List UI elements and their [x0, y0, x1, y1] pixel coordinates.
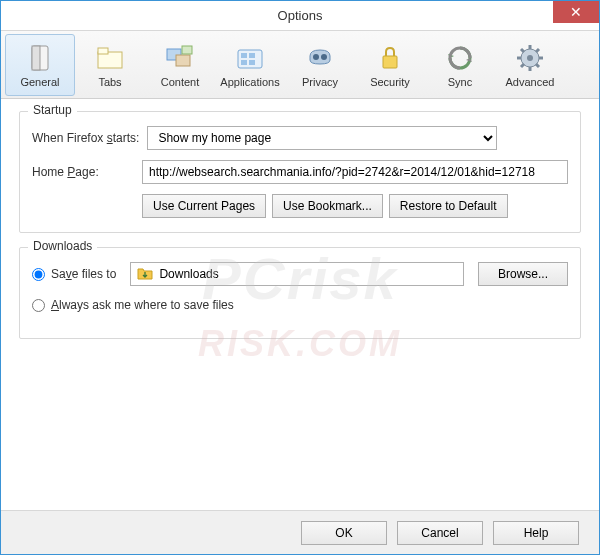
svg-line-23 — [536, 49, 539, 52]
svg-rect-10 — [241, 60, 247, 65]
svg-rect-11 — [249, 60, 255, 65]
svg-point-16 — [527, 55, 533, 61]
downloads-group-title: Downloads — [28, 239, 97, 253]
use-bookmark-button[interactable]: Use Bookmark... — [272, 194, 383, 218]
startup-group: Startup When Firefox starts: Show my hom… — [19, 111, 581, 233]
svg-line-21 — [521, 49, 524, 52]
home-page-label: Home Page: — [32, 165, 134, 179]
tab-content-label: Content — [161, 76, 200, 88]
folder-icon — [137, 266, 153, 283]
tab-security[interactable]: Security — [355, 34, 425, 96]
dialog-button-bar: OK Cancel Help — [1, 510, 599, 554]
help-button[interactable]: Help — [493, 521, 579, 545]
home-page-input[interactable] — [142, 160, 568, 184]
tab-sync[interactable]: Sync — [425, 34, 495, 96]
save-files-to-label: Save files to — [51, 267, 116, 281]
tab-privacy-label: Privacy — [302, 76, 338, 88]
tab-applications[interactable]: Applications — [215, 34, 285, 96]
svg-rect-8 — [241, 53, 247, 58]
applications-icon — [234, 42, 266, 74]
window-title: Options — [278, 8, 323, 23]
tab-general-label: General — [20, 76, 59, 88]
startup-mode-select[interactable]: Show my home page — [147, 126, 497, 150]
cancel-button[interactable]: Cancel — [397, 521, 483, 545]
close-icon: ✕ — [570, 4, 582, 20]
tab-advanced-label: Advanced — [506, 76, 555, 88]
download-path-box[interactable]: Downloads — [130, 262, 464, 286]
download-folder-name: Downloads — [159, 267, 218, 281]
options-window: Options ✕ General Tabs Content — [0, 0, 600, 555]
tab-tabs-label: Tabs — [98, 76, 121, 88]
svg-rect-5 — [176, 55, 190, 66]
svg-rect-6 — [182, 46, 192, 54]
use-current-pages-button[interactable]: Use Current Pages — [142, 194, 266, 218]
when-firefox-starts-label: When Firefox starts: — [32, 131, 139, 145]
svg-rect-1 — [32, 46, 40, 70]
advanced-icon — [514, 42, 546, 74]
general-icon — [24, 42, 56, 74]
svg-line-24 — [521, 64, 524, 67]
tabs-icon — [94, 42, 126, 74]
save-files-to-radio[interactable] — [32, 268, 45, 281]
browse-button[interactable]: Browse... — [478, 262, 568, 286]
always-ask-radio[interactable] — [32, 299, 45, 312]
tab-privacy[interactable]: Privacy — [285, 34, 355, 96]
content-area: Startup When Firefox starts: Show my hom… — [1, 99, 599, 365]
svg-rect-3 — [98, 48, 108, 54]
content-icon — [164, 42, 196, 74]
close-button[interactable]: ✕ — [553, 1, 599, 23]
svg-rect-14 — [383, 56, 397, 68]
security-icon — [374, 42, 406, 74]
tab-applications-label: Applications — [220, 76, 279, 88]
category-toolbar: General Tabs Content Applications Privac… — [1, 31, 599, 99]
privacy-icon — [304, 42, 336, 74]
sync-icon — [444, 42, 476, 74]
svg-rect-9 — [249, 53, 255, 58]
tab-general[interactable]: General — [5, 34, 75, 96]
tab-content[interactable]: Content — [145, 34, 215, 96]
tab-advanced[interactable]: Advanced — [495, 34, 565, 96]
svg-point-13 — [321, 54, 327, 60]
tab-tabs[interactable]: Tabs — [75, 34, 145, 96]
startup-group-title: Startup — [28, 103, 77, 117]
titlebar: Options ✕ — [1, 1, 599, 31]
always-ask-label: Always ask me where to save files — [51, 298, 234, 312]
tab-sync-label: Sync — [448, 76, 472, 88]
svg-point-12 — [313, 54, 319, 60]
downloads-group: Downloads Save files to Downloads Browse… — [19, 247, 581, 339]
svg-line-22 — [536, 64, 539, 67]
ok-button[interactable]: OK — [301, 521, 387, 545]
restore-default-button[interactable]: Restore to Default — [389, 194, 508, 218]
svg-rect-7 — [238, 50, 262, 68]
tab-security-label: Security — [370, 76, 410, 88]
